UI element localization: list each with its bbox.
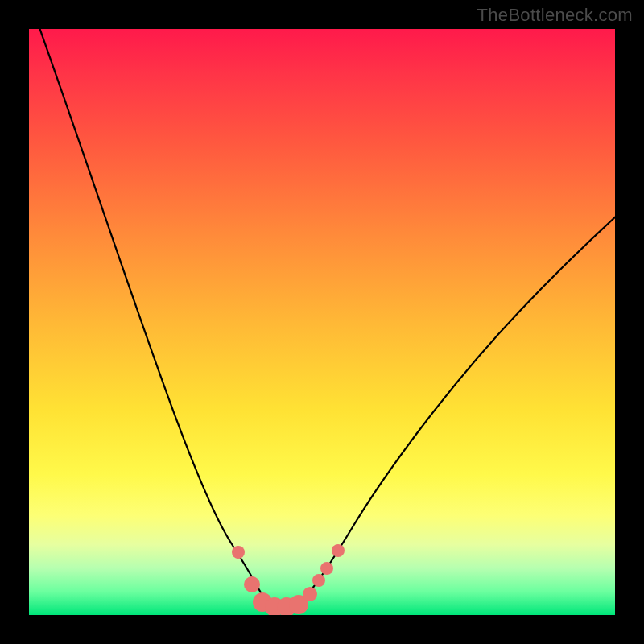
marker-dot xyxy=(244,576,260,592)
marker-dot xyxy=(320,562,333,575)
curve-layer xyxy=(29,29,615,615)
chart-area xyxy=(29,29,615,615)
marker-dot xyxy=(232,546,245,559)
marker-dot xyxy=(303,587,317,601)
marker-dot xyxy=(312,574,325,587)
marker-dot xyxy=(332,544,345,557)
watermark-text: TheBottleneck.com xyxy=(477,5,633,26)
bottleneck-curve xyxy=(37,29,615,607)
curve-markers xyxy=(232,544,345,615)
